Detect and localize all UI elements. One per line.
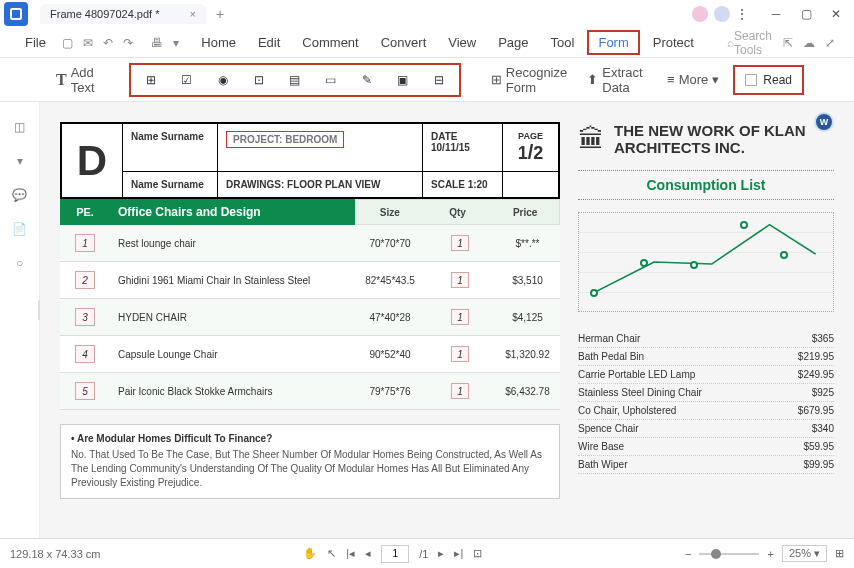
name-cell: Rest lounge chair <box>110 238 355 249</box>
cloud-icon[interactable]: ☁ <box>800 34 818 52</box>
pe-field[interactable]: 5 <box>75 382 95 400</box>
pe-field[interactable]: 2 <box>75 271 95 289</box>
menu-view[interactable]: View <box>439 32 485 53</box>
item-price: $99.95 <box>803 459 834 470</box>
pe-field[interactable]: 3 <box>75 308 95 326</box>
qty-cell: 1 <box>425 235 495 251</box>
faq-box: • Are Modular Homes Difficult To Finance… <box>60 424 560 499</box>
menu-protect[interactable]: Protect <box>644 32 703 53</box>
pe-field[interactable]: 1 <box>75 234 95 252</box>
status-dimensions: 129.18 x 74.33 cm <box>10 548 101 560</box>
print-icon[interactable]: 🖶 <box>148 34 166 52</box>
open-icon[interactable]: ▢ <box>59 34 76 52</box>
add-text-button[interactable]: T Add Text <box>50 61 107 99</box>
attachments-icon[interactable]: 📄 <box>12 222 27 236</box>
menu-convert[interactable]: Convert <box>372 32 436 53</box>
consumption-row: Wire Base$59.95 <box>578 438 834 456</box>
dropdown-icon[interactable]: ▾ <box>170 34 182 52</box>
document-tab[interactable]: Frame 48097024.pdf * × <box>40 4 206 24</box>
extract-data-button[interactable]: ⬆ Extract Data <box>581 61 653 99</box>
text-field-icon[interactable]: ⊞ <box>143 72 159 88</box>
tab-title: Frame 48097024.pdf * <box>50 8 159 20</box>
next-page-icon[interactable]: ▸ <box>438 547 444 560</box>
more-icon: ≡ <box>667 72 675 87</box>
minimize-button[interactable]: ─ <box>762 2 790 26</box>
qty-field[interactable]: 1 <box>451 272 469 288</box>
button-field-icon[interactable]: ▭ <box>323 72 339 88</box>
menu-form[interactable]: Form <box>587 30 639 55</box>
item-name: Stainless Steel Dining Chair <box>578 387 702 398</box>
page-input[interactable] <box>381 545 409 563</box>
read-checkbox[interactable] <box>745 74 757 86</box>
recognize-form-button[interactable]: ⊞ Recognize Form <box>485 61 573 99</box>
menu-tool[interactable]: Tool <box>542 32 584 53</box>
bookmarks-icon[interactable]: ▾ <box>17 154 23 168</box>
radio-field-icon[interactable]: ◉ <box>215 72 231 88</box>
qty-cell: 1 <box>425 346 495 362</box>
item-name: Herman Chair <box>578 333 640 344</box>
size-cell: 90*52*40 <box>355 349 425 360</box>
more-button[interactable]: ≡ More ▾ <box>661 68 725 91</box>
list-box-icon[interactable]: ▤ <box>287 72 303 88</box>
zoom-out-icon[interactable]: − <box>685 548 691 560</box>
hand-tool-icon[interactable]: ✋ <box>303 547 317 560</box>
menu-page[interactable]: Page <box>489 32 537 53</box>
chart-point <box>640 259 648 267</box>
menu-edit[interactable]: Edit <box>249 32 289 53</box>
qty-field[interactable]: 1 <box>451 346 469 362</box>
expand-icon[interactable]: ⤢ <box>822 34 838 52</box>
extract-icon: ⬆ <box>587 72 598 87</box>
search-tools[interactable]: ⌕ Search Tools <box>727 29 772 57</box>
consumption-row: Herman Chair$365 <box>578 330 834 348</box>
size-cell: 70*70*70 <box>355 238 425 249</box>
price-cell: $3,510 <box>495 275 560 286</box>
qty-cell: 1 <box>425 383 495 399</box>
qty-field[interactable]: 1 <box>451 309 469 325</box>
last-page-icon[interactable]: ▸| <box>454 547 463 560</box>
close-tab-icon[interactable]: × <box>189 8 195 20</box>
thumbnails-icon[interactable]: ◫ <box>14 120 25 134</box>
menu-comment[interactable]: Comment <box>293 32 367 53</box>
prev-page-icon[interactable]: ◂ <box>365 547 371 560</box>
price-cell: $4,125 <box>495 312 560 323</box>
zoom-select[interactable]: 25% ▾ <box>782 545 827 562</box>
dropdown-field-icon[interactable]: ⊡ <box>251 72 267 88</box>
add-tab-icon[interactable]: + <box>216 6 224 22</box>
pe-cell: 4 <box>60 345 110 363</box>
price-cell: $6,432.78 <box>495 386 560 397</box>
size-cell: 79*75*76 <box>355 386 425 397</box>
chart-point <box>740 221 748 229</box>
qty-field[interactable]: 1 <box>451 383 469 399</box>
qty-cell: 1 <box>425 309 495 325</box>
consumption-row: Spence Chair$340 <box>578 420 834 438</box>
chart-point <box>780 251 788 259</box>
first-page-icon[interactable]: |◂ <box>346 547 355 560</box>
zoom-slider[interactable] <box>699 553 759 555</box>
close-window-button[interactable]: ✕ <box>822 2 850 26</box>
zoom-in-icon[interactable]: + <box>767 548 773 560</box>
image-field-icon[interactable]: ▣ <box>395 72 411 88</box>
undo-icon[interactable]: ↶ <box>100 34 116 52</box>
menu-dots-icon[interactable]: ⋮ <box>736 7 748 21</box>
redo-icon[interactable]: ↷ <box>120 34 136 52</box>
read-toggle[interactable]: Read <box>733 65 804 95</box>
menu-file[interactable]: File <box>16 32 55 53</box>
cursor-tool-icon[interactable]: ↖ <box>327 547 336 560</box>
view-mode-icon[interactable]: ⊞ <box>835 547 844 560</box>
search-panel-icon[interactable]: ○ <box>16 256 23 270</box>
maximize-button[interactable]: ▢ <box>792 2 820 26</box>
checkbox-field-icon[interactable]: ☑ <box>179 72 195 88</box>
name-cell: Ghidini 1961 Miami Chair In Stainless St… <box>110 275 355 286</box>
pe-field[interactable]: 4 <box>75 345 95 363</box>
project-field[interactable]: PROJECT: BEDROOM <box>226 131 344 148</box>
menu-home[interactable]: Home <box>192 32 245 53</box>
word-badge-icon[interactable]: W <box>814 112 834 132</box>
item-price: $340 <box>812 423 834 434</box>
mail-icon[interactable]: ✉ <box>80 34 96 52</box>
share-icon[interactable]: ⇱ <box>780 34 796 52</box>
signature-field-icon[interactable]: ✎ <box>359 72 375 88</box>
date-field-icon[interactable]: ⊟ <box>431 72 447 88</box>
fit-width-icon[interactable]: ⊡ <box>473 547 482 560</box>
comments-icon[interactable]: 💬 <box>12 188 27 202</box>
qty-field[interactable]: 1 <box>451 235 469 251</box>
